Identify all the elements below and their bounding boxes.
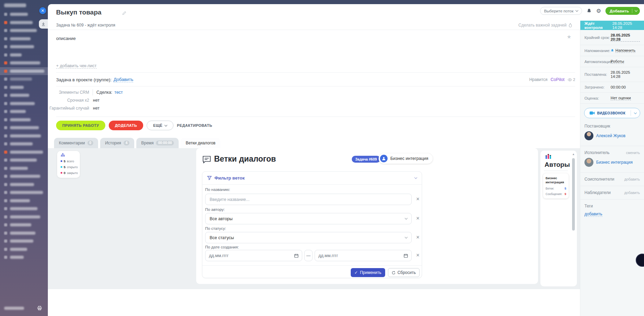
- sidebar-item-blurred[interactable]: [0, 91, 48, 100]
- reset-filter-button[interactable]: Сбросить: [388, 268, 420, 277]
- redo-button[interactable]: ДОДЕЛАТЬ: [109, 121, 143, 130]
- edit-button[interactable]: РЕДАКТИРОВАТЬ: [177, 123, 212, 128]
- sidebar-item-blurred[interactable]: [0, 35, 48, 43]
- sidebar-item-blurred[interactable]: [0, 221, 48, 229]
- apply-filter-button[interactable]: ✓ Применить: [351, 268, 385, 277]
- rating-link[interactable]: Нет оценки: [611, 96, 631, 100]
- sidebar-item-blurred[interactable]: [0, 188, 48, 197]
- filter-author-select[interactable]: Все авторы: [205, 213, 412, 224]
- crm-elements-label: Элементы CRM: [48, 90, 89, 95]
- tab-history[interactable]: История 4: [100, 138, 134, 148]
- date-from-input[interactable]: дд.мм.гггг: [205, 250, 302, 261]
- scroll-up-arrow[interactable]: ▲: [572, 153, 575, 156]
- tab-dialog-branches[interactable]: Ветки диалогов: [181, 138, 220, 148]
- sidebar-item-blurred[interactable]: [0, 116, 48, 124]
- detail-row-rating: Оценка: Нет оценки: [580, 93, 644, 104]
- sidebar-item-blurred[interactable]: [0, 100, 48, 108]
- make-important-button[interactable]: Сделать важной задачей: [518, 23, 572, 28]
- sidebar-item-blurred[interactable]: [0, 205, 48, 213]
- sidebar-item-blurred[interactable]: [0, 164, 48, 173]
- panel-scrollbar[interactable]: ▲: [572, 153, 575, 284]
- add-checklist-link[interactable]: + добавить чек-лист: [56, 63, 97, 69]
- sidebar-item-blurred[interactable]: [0, 237, 48, 245]
- chevron-down-icon[interactable]: [631, 113, 640, 114]
- printer-icon[interactable]: [37, 306, 42, 310]
- favorite-star-icon[interactable]: ★: [567, 34, 571, 40]
- executor-name-link[interactable]: Бизнес интеграция: [596, 160, 633, 165]
- sidebar-item-blurred[interactable]: [0, 197, 48, 205]
- blurred-text-bar: [10, 142, 33, 145]
- check-icon: ✓: [355, 270, 358, 275]
- page: ✕ Выкуп товара Выберите поток: [0, 0, 644, 316]
- sidebar-item-blurred[interactable]: [0, 156, 48, 164]
- video-call-button[interactable]: ВИДЕОЗВОНОК: [584, 108, 640, 118]
- sidebar-item-blurred[interactable]: [0, 67, 48, 75]
- add-task-button[interactable]: Добавить: [605, 7, 640, 15]
- sidebar-item-blurred[interactable]: [0, 51, 48, 59]
- sidebar-item-blurred[interactable]: [0, 148, 48, 156]
- edit-title-icon[interactable]: [122, 11, 126, 15]
- copilot-button[interactable]: CoPilot: [551, 77, 564, 82]
- sidebar-item-blurred[interactable]: [0, 229, 48, 237]
- settings-gear-icon[interactable]: ⚙: [596, 8, 601, 14]
- more-button[interactable]: ЕЩЁ: [147, 121, 173, 130]
- sidebar-item-blurred[interactable]: [0, 181, 48, 189]
- sidebar-item-blurred[interactable]: [0, 75, 48, 83]
- director-name-link[interactable]: Алексей Жуков: [596, 133, 625, 138]
- clear-date-icon[interactable]: ✕: [414, 252, 421, 259]
- like-button[interactable]: Нравится: [529, 77, 548, 82]
- calendar-icon[interactable]: [404, 254, 408, 258]
- header-controls: Выберите поток ⚙ Добавить: [540, 7, 640, 15]
- filter-status-select[interactable]: Все статусы: [205, 232, 412, 243]
- close-slider-button[interactable]: ✕: [39, 7, 46, 14]
- filter-name-input[interactable]: [205, 194, 412, 205]
- sidebar-item-blurred[interactable]: [0, 245, 48, 254]
- clear-author-icon[interactable]: ✕: [414, 215, 421, 222]
- sidebar-item-blurred[interactable]: [0, 83, 48, 92]
- sidebar-bottom-item[interactable]: [0, 305, 48, 312]
- filter-header[interactable]: Фильтр веток: [202, 172, 422, 185]
- select-stream-button[interactable]: Выберите поток: [540, 7, 582, 15]
- project-add-link[interactable]: Добавить: [114, 77, 133, 82]
- sidebar-item-blurred[interactable]: [0, 43, 48, 51]
- director-avatar[interactable]: [584, 131, 593, 140]
- accept-work-button[interactable]: ПРИНЯТЬ РАБОТУ: [56, 121, 105, 130]
- crm-row-warranty: Гарантийный случай нет: [48, 104, 580, 112]
- task-column: Задача № 609 - ждёт контроля Сделать важ…: [48, 21, 580, 316]
- sidebar-item-blurred[interactable]: [0, 132, 48, 140]
- sidebar-item-blurred[interactable]: [0, 253, 48, 262]
- sidebar-item-blurred[interactable]: [0, 59, 48, 67]
- sidebar-item-blurred[interactable]: [0, 108, 48, 116]
- divider: [56, 72, 575, 73]
- chevron-down-icon[interactable]: [414, 176, 417, 179]
- sidebar-item-blurred[interactable]: [0, 213, 48, 221]
- owner-chip[interactable]: Бизнес интеграция: [379, 153, 433, 164]
- crm-fields: Элементы CRM Сделка: тест Срочная х2 нет…: [48, 88, 580, 112]
- clear-name-icon[interactable]: ✕: [414, 196, 421, 203]
- task-number-badge[interactable]: Задача #609: [352, 156, 380, 163]
- add-observer-link[interactable]: добавить: [624, 191, 640, 195]
- collapse-slider-button[interactable]: [39, 19, 48, 29]
- sidebar-item-blurred[interactable]: [0, 124, 48, 132]
- left-sidebar-blurred[interactable]: [0, 0, 48, 316]
- reminder-link[interactable]: Напомнить: [615, 48, 635, 53]
- deal-value-link[interactable]: тест: [114, 90, 123, 95]
- deadline-value[interactable]: 28.05.2025 20:28: [611, 33, 640, 42]
- sidebar-item-blurred[interactable]: [0, 140, 48, 148]
- calendar-icon[interactable]: [294, 254, 298, 258]
- robots-link[interactable]: Роботы: [611, 59, 624, 64]
- add-tag-link[interactable]: добавить: [584, 212, 602, 217]
- chevron-down-icon[interactable]: [632, 10, 640, 11]
- tab-time[interactable]: Время 00:00:00: [136, 138, 179, 148]
- clear-status-icon[interactable]: ✕: [414, 234, 421, 241]
- tab-comments[interactable]: Комментарии 0: [54, 138, 98, 148]
- notifications-bell-icon[interactable]: [587, 8, 592, 13]
- author-card[interactable]: Бизнес интеграция Ветки: 5 Сообщения: 9: [543, 173, 569, 198]
- scrollbar-thumb[interactable]: [572, 158, 575, 231]
- add-coexecutor-link[interactable]: добавить: [624, 177, 640, 181]
- sidebar-item-blurred[interactable]: [0, 172, 48, 181]
- blurred-text-bar: [10, 94, 29, 97]
- date-to-input[interactable]: дд.мм.гггг: [315, 250, 412, 261]
- change-executor-link[interactable]: сменить: [626, 151, 640, 155]
- executor-avatar[interactable]: [584, 158, 593, 167]
